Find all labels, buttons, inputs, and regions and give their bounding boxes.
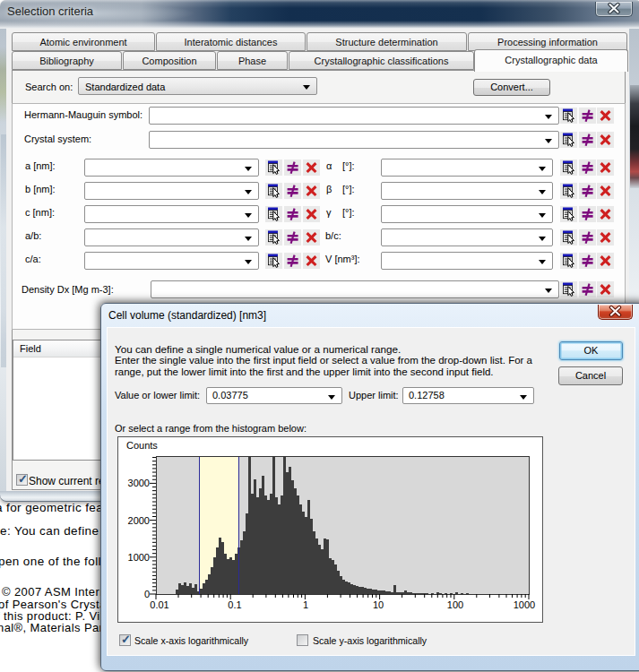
svg-text:2000: 2000 [128,515,150,526]
svg-text:10: 10 [373,599,384,610]
svg-text:1: 1 [303,599,308,610]
svg-text:Counts: Counts [126,440,158,451]
svg-text:1000: 1000 [128,552,150,563]
svg-text:0.1: 0.1 [228,599,241,610]
svg-text:0.01: 0.01 [150,599,168,610]
svg-text:100: 100 [447,599,463,610]
svg-text:0: 0 [144,589,150,599]
svg-text:3000: 3000 [128,478,150,488]
svg-text:1000: 1000 [514,599,535,610]
